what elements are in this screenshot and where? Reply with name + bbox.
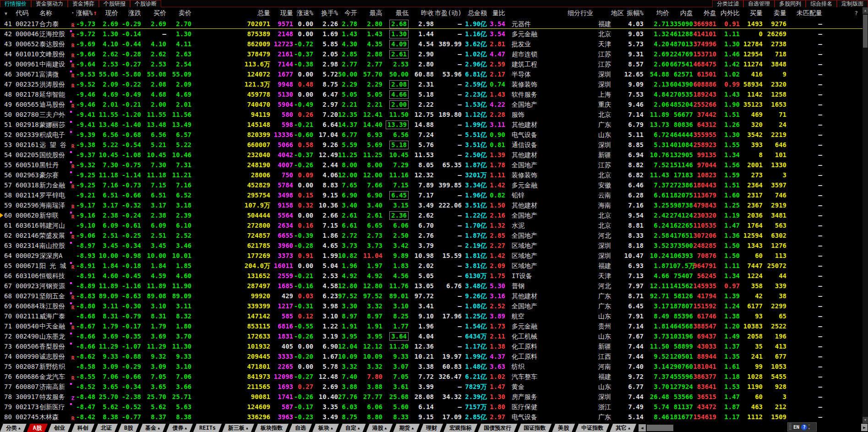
scroll-down-arrow-icon[interactable]: ▼ (863, 417, 868, 423)
column-header-marker[interactable]: · (70, 7, 76, 19)
column-header-inner_vol[interactable]: 内盘 (669, 7, 693, 19)
ime-globe-icon[interactable]: ? (801, 424, 807, 430)
table-row[interactable]: 55600510黑牡丹R-9.327.30-0.757.307.31248190… (0, 160, 863, 170)
table-row[interactable]: 52002339积成电子-9.396.56-0.686.566.57820399… (0, 130, 863, 140)
column-header-ask[interactable]: 卖价 (166, 7, 191, 19)
column-header-chg[interactable]: 涨跌 (118, 7, 141, 19)
table-row[interactable]: 70002111威海广泰-8.688.31-0.798.318.32147142… (0, 311, 863, 321)
table-row[interactable]: 43000652泰达股份R-9.694.10-0.444.104.1186200… (0, 39, 863, 49)
market-tab-B股[interactable]: B股 (118, 424, 139, 432)
column-header-open[interactable]: 今开 (338, 7, 357, 19)
table-row[interactable]: 54002205国统股份-9.3710.45-1.0810.4510.46232… (0, 150, 863, 160)
ime-toolbar[interactable]: EN ? −▾ (787, 422, 817, 432)
table-row[interactable]: 65000671阳 光 城R-8.911.84-0.181.841.85204.… (0, 261, 863, 271)
column-header-ask_vol[interactable]: 卖量 (763, 7, 786, 19)
market-tab-中证指数[interactable]: 中证指数 (575, 424, 609, 432)
column-header-avg_price[interactable]: 均价 (644, 7, 669, 19)
table-row[interactable]: 44601010文峰股份R-9.662.62-0.282.622.6337847… (0, 49, 863, 59)
table-row[interactable]: 64000029深深房A-8.9310.00-0.9810.0010.01177… (0, 251, 863, 261)
market-tab-美股[interactable]: 美股 (552, 424, 575, 432)
column-header-pe[interactable]: 市盈(动) (434, 7, 462, 19)
menu-item-多股同列[interactable]: 多股同列 (775, 0, 806, 7)
table-row[interactable]: 53002161远 望 谷R-9.385.22-0.545.215.226600… (0, 140, 863, 150)
market-tab-自选[interactable]: 自选 (289, 424, 312, 432)
table-row[interactable]: 75002087新野纺织-8.583.09-0.293.093.10471801… (0, 361, 863, 372)
menu-item-个股诊断[interactable]: 个股诊断 (130, 0, 161, 7)
column-header-unmatched[interactable]: 未匹配量 (786, 7, 822, 19)
table-row[interactable]: 72002490山东墨龙-8.663.69-0.353.693.70172633… (0, 331, 863, 341)
menu-item-行情报价[interactable]: 行情报价 (0, 0, 31, 7)
table-row[interactable]: 73600506香梨股份-8.6611.29-1.0711.2911.30101… (0, 341, 863, 351)
table-row[interactable]: 48002178延华智能-9.464.69-0.494.684.69459778… (0, 89, 863, 99)
market-tab-板块[interactable]: 板块▲ (312, 424, 339, 432)
table-row[interactable]: 78300917特发服务Z-8.4825.70-2.3825.7025.7190… (0, 392, 863, 402)
column-header-price[interactable]: 现价 (95, 7, 118, 19)
table-row[interactable]: 47002325洪涛股份R-9.522.09-0.222.082.09121.3… (0, 79, 863, 89)
column-header-volume[interactable]: 总量 (191, 7, 270, 19)
market-tab-科创[interactable]: 科创 (71, 424, 94, 432)
column-header-prev_close[interactable]: 昨收 (409, 7, 434, 19)
ime-language-indicator[interactable]: EN (793, 424, 799, 430)
table-row[interactable]: 51002918蒙娜丽莎-9.4113.48-1.4013.4813.49145… (0, 120, 863, 130)
column-header-speed[interactable]: 涨速% (293, 7, 313, 19)
column-header-bid[interactable]: 买价 (141, 7, 166, 19)
help-icon[interactable]: ? (854, 7, 858, 19)
market-tab-理财[interactable]: 理财 (420, 424, 443, 432)
column-header-code[interactable]: 代码 (16, 7, 39, 19)
menu-item-综合排名[interactable]: 综合排名 (806, 0, 837, 7)
market-tab-其它[interactable]: 其它▲ (610, 424, 636, 432)
table-row[interactable]: 74000990诚志股份R-8.629.33-0.889.329.3320944… (0, 351, 863, 361)
column-header-industry[interactable]: 细分行业 (505, 7, 593, 19)
market-tab-基金[interactable]: 基金▲ (139, 424, 166, 432)
menu-item-资金博弈[interactable]: 资金博弈 (68, 0, 99, 7)
table-row[interactable]: 57600318新力金融R-9.257.16-0.737.157.1645282… (0, 180, 863, 190)
market-tab-自定[interactable]: 自定▲ (339, 424, 366, 432)
table-row[interactable]: 62002146荣盛发展R-9.062.51-0.252.512.5272485… (0, 230, 863, 241)
tab-horizontal-scrollbar[interactable] (647, 425, 673, 431)
column-header-low[interactable]: 最低 (382, 7, 409, 19)
table-row[interactable]: 49600565迪马股份R-9.462.01-0.212.002.0174047… (0, 99, 863, 109)
market-tab-A股[interactable]: A股 (27, 424, 48, 432)
table-row[interactable]: 58002114罗平锌电-9.216.51-0.666.516.52295754… (0, 190, 863, 200)
column-header-turnover[interactable]: 换手% (313, 7, 338, 19)
market-tab-分类[interactable]: 分类▲ (0, 424, 27, 432)
market-tab-宏观指标[interactable]: 宏观指标 (443, 424, 477, 432)
table-row[interactable]: 77600807济南高新-8.523.65-0.343.653.66211565… (0, 382, 863, 392)
table-row[interactable]: 71000540中天金融R-8.671.79-0.171.791.8085311… (0, 321, 863, 331)
menu-item-个股研报[interactable]: 个股研报 (99, 0, 130, 7)
market-tab-债券[interactable]: 债券▲ (166, 424, 193, 432)
filter-dropdown-icon[interactable]: ▼ (0, 11, 7, 16)
market-tab-新三板[interactable]: 新三板▲ (222, 424, 254, 432)
table-row[interactable]: 59002596海南瑞泽R-9.173.17-0.323.173.18107.9… (0, 200, 863, 210)
vertical-scrollbar[interactable]: ▲ ▼ (863, 7, 868, 423)
menu-item-分类过滤[interactable]: 分类过滤 (712, 0, 743, 7)
market-tab-板块指数[interactable]: 板块指数 (255, 424, 289, 432)
market-tab-国债预发行[interactable]: 国债预发行 (478, 424, 517, 432)
scroll-up-arrow-icon[interactable]: ▲ (863, 7, 868, 14)
table-row[interactable]: 80002745木林森R-8.428.38-0.778.378.38336296… (0, 412, 863, 422)
market-tab-国证指数[interactable]: 国证指数 (518, 424, 551, 432)
column-header-outer_vol[interactable]: 外盘 (693, 7, 716, 19)
column-header-cur_vol[interactable]: 现量 (270, 7, 293, 19)
scrollbar-thumb[interactable] (863, 15, 868, 48)
menu-item-资金驱动力[interactable]: 资金驱动力 (31, 0, 68, 7)
table-row[interactable]: 79002173创新医疗-8.475.62-0.525.625.63124609… (0, 402, 863, 412)
tab-scroll-left-button[interactable]: ◀ (639, 424, 646, 432)
tab-scroll-right-button[interactable]: ▶ (861, 424, 868, 431)
ime-options-icon[interactable]: −▾ (808, 423, 810, 431)
column-header-bid_vol[interactable]: 买量 (740, 7, 763, 19)
table-row[interactable]: 41002217合力泰R-9.732.69-0.292.692.70702071… (0, 19, 863, 29)
table-row[interactable]: 46300671富满微R-9.5355.08-5.8055.0855.09124… (0, 69, 863, 79)
column-header-vol_ratio[interactable]: 量比 (487, 7, 505, 19)
market-tab-创业[interactable]: 创业 (48, 424, 71, 432)
table-row[interactable]: 66603106恒银科技-8.914.60-0.454.594.60131652… (0, 271, 863, 281)
table-row[interactable]: 60000620新华联R-9.162.38-0.242.382.39504444… (0, 210, 863, 220)
market-tab-港股[interactable]: 港股▲ (366, 424, 393, 432)
table-row[interactable]: 68002791坚朗五金R-8.8389.09-8.6389.0889.0999… (0, 291, 863, 301)
column-header-amplitude[interactable]: 振幅% (624, 7, 644, 19)
column-header-high[interactable]: 最高 (357, 7, 382, 19)
menu-item-定制版面[interactable]: 定制版面 (837, 0, 868, 7)
table-row[interactable]: 50002780三夫户外-9.4111.55-1.2011.5511.56941… (0, 109, 863, 120)
table-row[interactable]: 56002963豪尔赛-9.2511.18-1.1411.1811.212800… (0, 170, 863, 180)
column-header-pct_chg[interactable]: 涨幅%↑ (76, 7, 95, 19)
